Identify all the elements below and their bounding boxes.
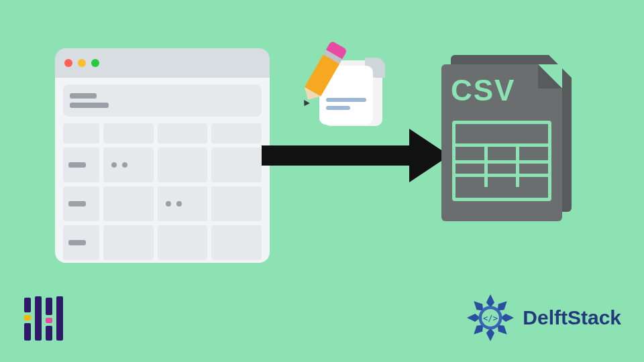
csv-cell (516, 147, 548, 160)
traffic-light-minimize-icon (78, 59, 86, 67)
csv-cell (484, 147, 517, 160)
csv-table-head (455, 124, 548, 147)
csv-table-icon (452, 121, 551, 201)
arrow-right-icon (262, 134, 456, 177)
logo-segment (46, 318, 52, 323)
formula-bar-icon (63, 84, 262, 117)
csv-cell (455, 177, 484, 187)
csv-file-icon: CSV (441, 55, 576, 223)
pandas-logo-icon (24, 292, 66, 341)
column-header (211, 123, 262, 143)
arrow-shaft (262, 145, 409, 166)
delftstack-brand: </> DelftStack (465, 292, 621, 343)
csv-label: CSV (451, 74, 515, 107)
column-header (103, 123, 154, 143)
placeholder-line (326, 106, 350, 110)
cell (158, 225, 208, 260)
logo-segment (24, 298, 31, 312)
logo-column (56, 296, 63, 341)
cell (211, 225, 262, 260)
csv-table-row (455, 147, 548, 160)
grid-corner (63, 123, 99, 143)
column-header (158, 123, 208, 143)
traffic-light-zoom-icon (91, 59, 99, 67)
logo-column (46, 298, 52, 341)
traffic-light-close-icon (64, 59, 72, 67)
csv-front-page: CSV (441, 64, 562, 221)
row-header (63, 225, 99, 260)
csv-cell (455, 164, 484, 174)
cell (103, 147, 154, 182)
brand-text: DelftStack (523, 306, 621, 329)
delftstack-logo-icon: </> (465, 292, 516, 343)
svg-text:</>: </> (483, 314, 498, 323)
placeholder-line (326, 98, 366, 102)
csv-cell (484, 164, 517, 174)
window-titlebar (55, 48, 270, 78)
page-fold-icon (538, 64, 562, 88)
logo-segment (56, 296, 63, 341)
cell (211, 186, 262, 221)
row-header (63, 186, 99, 221)
csv-cell (516, 164, 548, 174)
csv-cell (455, 147, 484, 160)
spreadsheet-grid (63, 123, 262, 260)
placeholder-line (70, 103, 109, 108)
spreadsheet-body (55, 78, 270, 263)
logo-segment (24, 315, 31, 320)
cell (103, 186, 154, 221)
cell (158, 147, 208, 182)
pencil-tip (301, 100, 310, 108)
logo-segment (46, 298, 52, 315)
cell (211, 147, 262, 182)
csv-table-row (455, 174, 548, 187)
row-header (63, 147, 99, 182)
spreadsheet-window-icon (55, 48, 270, 263)
logo-segment (46, 326, 52, 341)
csv-cell (484, 177, 517, 187)
logo-segment (35, 296, 42, 341)
cell (158, 186, 208, 221)
csv-cell (516, 177, 548, 187)
logo-column (35, 296, 42, 341)
cell (103, 225, 154, 260)
csv-table-row (455, 160, 548, 174)
logo-segment (24, 323, 31, 341)
placeholder-line (70, 93, 97, 99)
logo-column (24, 298, 31, 341)
